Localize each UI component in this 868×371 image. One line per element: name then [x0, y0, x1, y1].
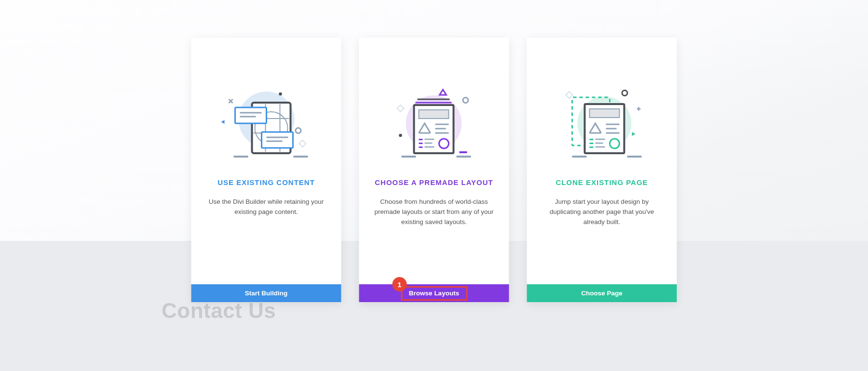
svg-rect-8	[235, 107, 266, 123]
svg-point-41	[622, 91, 627, 96]
svg-rect-51	[589, 146, 593, 148]
card-title: CLONE EXISTING PAGE	[556, 178, 648, 186]
svg-point-1	[279, 93, 282, 96]
svg-rect-49	[589, 139, 593, 140]
svg-rect-44	[589, 109, 619, 118]
card-premade-layout: CHOOSE A PREMADE LAYOUT Choose from hund…	[359, 38, 509, 302]
svg-rect-25	[419, 110, 448, 119]
background-watermark-text: Contact Us	[162, 299, 276, 323]
card-row: USE EXISTING CONTENT Use the Divi Builde…	[191, 38, 677, 302]
svg-rect-30	[419, 139, 422, 140]
svg-rect-11	[261, 132, 293, 148]
illustration-premade-layout-icon	[359, 38, 509, 163]
svg-marker-14	[221, 120, 224, 124]
svg-point-15	[296, 128, 301, 133]
card-title: CHOOSE A PREMADE LAYOUT	[375, 178, 493, 186]
illustration-existing-content-icon	[191, 38, 341, 163]
svg-marker-56	[632, 132, 635, 136]
svg-point-21	[399, 134, 402, 137]
card-description: Use the Divi Builder while retaining you…	[191, 197, 341, 217]
browse-layouts-button[interactable]: Browse Layouts	[359, 284, 509, 302]
card-clone-page: CLONE EXISTING PAGE Jump start your layo…	[527, 38, 677, 302]
svg-rect-32	[419, 146, 422, 148]
card-description: Choose from hundreds of world-class prem…	[359, 197, 509, 227]
svg-rect-31	[419, 143, 422, 144]
svg-rect-50	[589, 143, 593, 144]
illustration-clone-page-icon	[527, 38, 677, 163]
svg-point-20	[463, 98, 468, 103]
card-use-existing: USE EXISTING CONTENT Use the Divi Builde…	[191, 38, 341, 302]
card-title: USE EXISTING CONTENT	[217, 178, 315, 186]
card-description: Jump start your layout design by duplica…	[527, 197, 677, 227]
annotation-badge-1: 1	[393, 277, 407, 292]
choose-page-button[interactable]: Choose Page	[527, 284, 677, 302]
svg-marker-19	[439, 90, 446, 95]
start-building-button[interactable]: Start Building	[191, 284, 341, 302]
